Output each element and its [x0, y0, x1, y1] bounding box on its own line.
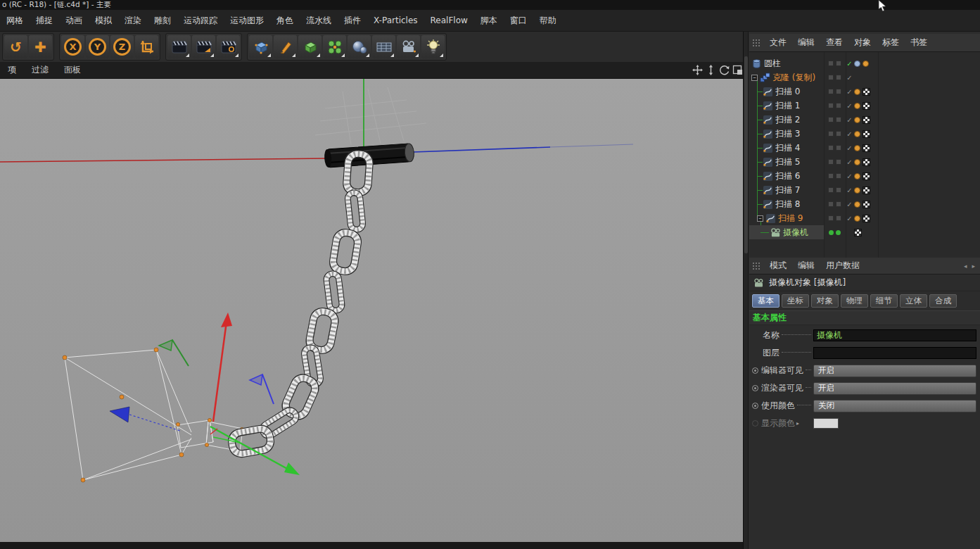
render-view-button[interactable]: [167, 35, 191, 58]
light-create-button[interactable]: [421, 35, 445, 58]
enabled-check-icon[interactable]: ✓: [845, 158, 854, 166]
menu-snap[interactable]: 捕捉: [30, 10, 59, 31]
tree-row-sweep-2[interactable]: 扫描 2 ✓: [749, 113, 980, 127]
am-menu-mode[interactable]: 模式: [764, 260, 792, 272]
array-mograph-button[interactable]: [323, 35, 346, 58]
tab-basic[interactable]: 基本: [752, 294, 779, 308]
section-header[interactable]: 基本属性: [749, 310, 980, 325]
visibility-dots[interactable]: [824, 230, 845, 235]
texture-tag-icon[interactable]: [863, 201, 870, 208]
am-menu-edit[interactable]: 编辑: [792, 260, 820, 272]
material-tag-icon[interactable]: [854, 215, 860, 222]
menu-help[interactable]: 帮助: [533, 10, 563, 31]
texture-tag-icon[interactable]: [863, 215, 870, 222]
menu-xparticles[interactable]: X-Particles: [367, 10, 424, 31]
visibility-dots[interactable]: [824, 201, 845, 207]
toggle-view-icon[interactable]: [732, 65, 743, 75]
visibility-dots[interactable]: [824, 215, 845, 221]
texture-tag-icon[interactable]: [863, 187, 870, 194]
viewport-menu-filter[interactable]: 过滤: [24, 64, 56, 76]
panel-grip-icon[interactable]: [752, 38, 761, 48]
pen-spline-button[interactable]: [274, 35, 297, 58]
display-color-swatch[interactable]: [813, 418, 839, 429]
tab-object[interactable]: 对象: [811, 294, 839, 308]
visibility-dots[interactable]: [824, 173, 845, 179]
om-menu-tags[interactable]: 标签: [877, 37, 905, 49]
menu-sculpt[interactable]: 雕刻: [148, 10, 177, 31]
panel-grip-icon[interactable]: [752, 261, 761, 271]
environment-grid-button[interactable]: [372, 35, 395, 58]
visibility-dots[interactable]: [824, 145, 845, 151]
tree-row-sweep-6[interactable]: 扫描 6 ✓: [749, 169, 980, 183]
texture-tag-icon[interactable]: [863, 158, 870, 166]
tree-row-cloner[interactable]: – 克隆 (复制) ✓: [749, 70, 980, 84]
move-tool-button[interactable]: ✚: [29, 35, 52, 58]
enabled-check-icon[interactable]: ✓: [845, 187, 854, 194]
camera-create-button[interactable]: [397, 35, 420, 58]
enabled-check-icon[interactable]: ✓: [845, 74, 854, 82]
menu-pipeline[interactable]: 流水线: [300, 10, 338, 31]
enabled-check-icon[interactable]: ✓: [845, 172, 854, 180]
visibility-dots[interactable]: [824, 187, 845, 193]
tree-row-sweep-3[interactable]: 扫描 3 ✓: [749, 127, 980, 141]
menu-realflow[interactable]: RealFlow: [424, 10, 474, 31]
tree-row-sweep-8[interactable]: 扫描 8 ✓: [749, 197, 980, 211]
tree-row-sweep-1[interactable]: 扫描 1 ✓: [749, 99, 980, 113]
rotate-view-icon[interactable]: [719, 65, 730, 75]
menu-mograph[interactable]: 运动图形: [224, 10, 270, 31]
texture-tag-icon[interactable]: [863, 130, 870, 138]
enabled-check-icon[interactable]: ✓: [845, 215, 854, 222]
visibility-dots[interactable]: [824, 61, 845, 66]
tree-row-cylinder[interactable]: 圆柱 ✓: [749, 56, 980, 70]
material-tag-icon[interactable]: [854, 117, 860, 123]
material-tag-icon[interactable]: [854, 89, 860, 95]
dolly-view-icon[interactable]: [706, 65, 716, 75]
om-menu-file[interactable]: 文件: [764, 37, 792, 49]
menu-mesh[interactable]: 网格: [0, 10, 30, 31]
enabled-check-icon[interactable]: ✓: [845, 201, 854, 208]
keyframe-circle-icon[interactable]: [752, 385, 758, 391]
visibility-dots[interactable]: [824, 103, 845, 108]
menu-simulate[interactable]: 模拟: [89, 10, 118, 31]
visibility-dots[interactable]: [824, 117, 845, 122]
tree-row-camera[interactable]: 摄像机: [749, 225, 980, 239]
material-tag-icon[interactable]: [854, 187, 860, 194]
material-tag-icon[interactable]: [854, 103, 860, 109]
z-axis-lock-button[interactable]: Z: [110, 35, 134, 58]
material-tag-icon[interactable]: [854, 159, 860, 165]
material-tag-icon[interactable]: [854, 145, 860, 151]
om-menu-objects[interactable]: 对象: [848, 37, 877, 49]
material-tag-icon[interactable]: [863, 61, 869, 67]
visibility-dots[interactable]: [824, 75, 845, 80]
enabled-check-icon[interactable]: ✓: [845, 102, 854, 110]
texture-tag-icon[interactable]: [854, 229, 862, 236]
history-arrows-icon[interactable]: ◂ ▸: [964, 263, 976, 270]
visibility-dots[interactable]: [824, 89, 845, 94]
texture-tag-icon[interactable]: [863, 102, 870, 110]
panel-scrollbar[interactable]: [744, 31, 749, 549]
texture-tag-icon[interactable]: [863, 88, 870, 96]
subdivision-surface-button[interactable]: [298, 35, 322, 58]
enabled-check-icon[interactable]: ✓: [845, 60, 854, 68]
x-axis-lock-button[interactable]: X: [61, 35, 84, 58]
tree-row-sweep-5[interactable]: 扫描 5 ✓: [749, 155, 980, 169]
visibility-dots[interactable]: [824, 131, 845, 137]
am-menu-userdata[interactable]: 用户数据: [820, 260, 865, 272]
metaball-button[interactable]: [348, 35, 371, 58]
keyframe-circle-icon[interactable]: [752, 403, 758, 409]
use-color-dropdown[interactable]: 关闭: [813, 400, 976, 412]
scrollbar-thumb[interactable]: [744, 56, 748, 253]
tab-details[interactable]: 细节: [870, 294, 898, 308]
menu-plugins[interactable]: 插件: [338, 10, 367, 31]
menu-motion-tracker[interactable]: 运动跟踪: [177, 10, 224, 31]
om-menu-bookmarks[interactable]: 书签: [905, 37, 933, 49]
tree-row-sweep-9[interactable]: – 扫描 9 ✓: [749, 211, 980, 225]
material-tag-icon[interactable]: [854, 173, 860, 179]
tab-stereo[interactable]: 立体: [900, 294, 927, 308]
tree-row-sweep-0[interactable]: 扫描 0 ✓: [749, 84, 980, 99]
coordinate-system-button[interactable]: [135, 35, 158, 58]
y-axis-lock-button[interactable]: Y: [86, 35, 109, 58]
viewport-menu-panel[interactable]: 面板: [56, 64, 89, 76]
name-input[interactable]: 摄像机: [813, 329, 976, 341]
tree-row-sweep-4[interactable]: 扫描 4 ✓: [749, 141, 980, 155]
